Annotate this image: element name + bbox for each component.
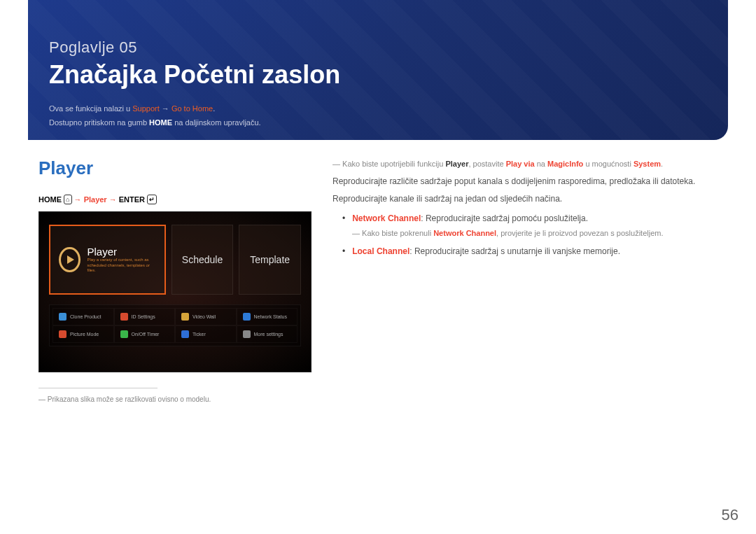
nav-player: Player [84, 195, 107, 204]
chapter-label: Poglavlje 05 [49, 38, 707, 57]
tile-player-subtitle: Play a variety of content, such as sched… [88, 258, 156, 274]
nav-arrow: → [74, 195, 84, 204]
intro-text-2a: Dostupno pritiskom na gumb [49, 118, 149, 127]
grid-item-icon [181, 313, 189, 321]
grid-item-icon [59, 330, 66, 338]
grid-item-label: ID Settings [132, 314, 155, 319]
bullet-network: Network Channel: Reproducirajte sadržaj … [332, 211, 718, 227]
paragraph-2: Reproducirajte kanale ili sadržaj na jed… [332, 192, 718, 207]
grid-item-label: Picture Mode [70, 332, 99, 337]
grid-item-icon [59, 313, 66, 321]
nav-arrow-2: → [109, 195, 117, 204]
grid-item-icon [181, 330, 189, 338]
grid-item: Ticker [175, 325, 237, 343]
grid-item-icon [120, 330, 128, 338]
bullet-network-label: Network Channel [352, 213, 421, 223]
right-column: ― Kako biste upotrijebili funkciju Playe… [332, 157, 718, 403]
tile-schedule: Schedule [172, 225, 234, 295]
play-icon [59, 247, 80, 272]
tile-template: Template [239, 225, 301, 295]
bullet-local: Local Channel: Reproducirajte sadržaj s … [332, 244, 718, 260]
grid-item-icon [243, 313, 251, 321]
screenshot-footnote: ― Prikazana slika može se razlikovati ov… [38, 388, 312, 403]
intro-text: Ova se funkcija nalazi u [49, 104, 132, 113]
tile-player-title: Player [88, 246, 156, 258]
section-heading: Player [38, 157, 312, 179]
grid-item: ID Settings [114, 308, 176, 325]
nav-enter: ENTER [119, 195, 145, 204]
grid-item: Network Status [237, 308, 298, 325]
grid-item: On/Off Timer [114, 325, 176, 343]
grid-item: More settings [237, 325, 298, 343]
subnote-nc: Network Channel [433, 229, 496, 237]
bullet-network-subnote: ― Kako biste pokrenuli Network Channel, … [332, 227, 718, 241]
grid-item-label: More settings [254, 332, 284, 337]
bullet-network-text: : Reproducirajte sadržaj pomoću poslužit… [421, 213, 588, 223]
chapter-prefix: Poglavlje [49, 38, 115, 56]
lead-magicinfo: MagicInfo [547, 160, 583, 168]
screenshot-preview: Player Play a variety of content, such a… [38, 211, 312, 372]
chapter-number: 05 [119, 38, 136, 56]
page-number: 56 [722, 506, 738, 524]
content-area: Player HOME ⌂ → Player → ENTER ↵ Player … [38, 157, 718, 403]
lead-player: Player [445, 160, 468, 168]
intro-goto-home: Go to Home [172, 104, 213, 113]
tile-player: Player Play a variety of content, such a… [49, 225, 166, 295]
grid-item: Picture Mode [52, 325, 114, 343]
enter-icon: ↵ [147, 195, 157, 204]
grid-item-icon [243, 330, 251, 338]
grid-item-label: On/Off Timer [132, 332, 160, 337]
chapter-header: Poglavlje 05 Značajka Početni zaslon Ova… [28, 0, 728, 140]
lead-note: ― Kako biste upotrijebili funkciju Playe… [332, 157, 718, 171]
header-intro: Ova se funkcija nalazi u Support → Go to… [49, 102, 707, 130]
bullet-local-text: : Reproducirajte sadržaj s unutarnje ili… [410, 246, 620, 256]
grid-item-icon [120, 313, 128, 321]
grid-item: Video Wall [175, 308, 237, 325]
bullet-local-label: Local Channel [352, 246, 410, 256]
intro-text-2b: na daljinskom upravljaču. [172, 118, 261, 127]
grid-item-label: Clone Product [70, 314, 101, 319]
intro-home-label: HOME [149, 118, 172, 127]
nav-home: HOME [38, 195, 62, 204]
lead-playvia: Play via [506, 160, 535, 168]
grid-item: Clone Product [52, 308, 114, 325]
grid-item-label: Video Wall [192, 314, 216, 319]
lead-system: System [634, 160, 661, 168]
chapter-title: Značajka Početni zaslon [49, 60, 707, 90]
intro-arrow: → [160, 104, 172, 113]
grid-item-label: Ticker [192, 332, 206, 337]
navigation-path: HOME ⌂ → Player → ENTER ↵ [38, 195, 312, 204]
intro-support: Support [132, 104, 160, 113]
grid-panel: Clone ProductID SettingsVideo WallNetwor… [49, 304, 301, 346]
paragraph-1: Reproducirajte različite sadržaje poput … [332, 174, 718, 190]
home-icon: ⌂ [64, 195, 71, 204]
tile-row: Player Play a variety of content, such a… [49, 225, 301, 295]
left-column: Player HOME ⌂ → Player → ENTER ↵ Player … [38, 157, 312, 403]
grid-item-label: Network Status [254, 314, 287, 319]
